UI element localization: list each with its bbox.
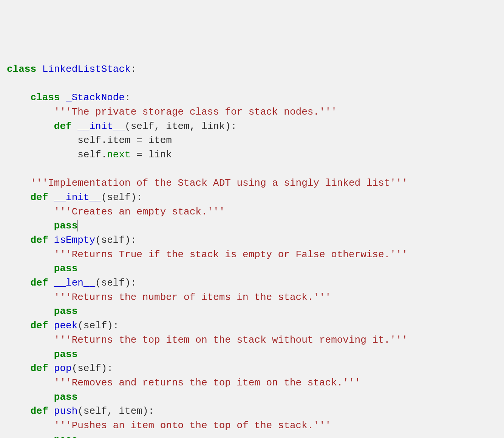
keyword-def: def bbox=[30, 235, 48, 246]
keyword-pass: pass bbox=[54, 391, 77, 403]
docstring: '''Returns the top item on the stack wit… bbox=[54, 334, 408, 346]
code-line: self.item = item bbox=[7, 135, 172, 146]
keyword-class: class bbox=[7, 64, 36, 75]
docstring: '''Returns True if the stack is empty or… bbox=[54, 249, 408, 260]
keyword-pass: pass bbox=[54, 306, 77, 317]
keyword-def: def bbox=[30, 320, 48, 331]
signature: (self): bbox=[72, 363, 113, 374]
code-line-prefix: self. bbox=[7, 149, 107, 160]
docstring: '''Creates an empty stack.''' bbox=[54, 206, 225, 217]
keyword-def: def bbox=[30, 363, 48, 374]
signature: (self, item, link): bbox=[125, 121, 237, 132]
keyword-def: def bbox=[30, 405, 48, 417]
keyword-def: def bbox=[30, 277, 48, 289]
keyword-def: def bbox=[30, 192, 48, 203]
signature: (self): bbox=[95, 277, 136, 289]
signature: (self): bbox=[101, 192, 142, 203]
keyword-def: def bbox=[54, 121, 72, 132]
signature: (self): bbox=[95, 235, 136, 246]
docstring: '''The private storage class for stack n… bbox=[54, 106, 337, 118]
code-line-suffix: = link bbox=[131, 149, 172, 160]
builtin-next: next bbox=[107, 149, 130, 160]
class-name: LinkedListStack bbox=[42, 64, 131, 75]
function-name: isEmpty bbox=[54, 235, 95, 246]
signature: (self): bbox=[77, 320, 119, 331]
docstring: '''Pushes an item onto the top of the st… bbox=[54, 420, 331, 431]
text-cursor bbox=[77, 220, 77, 231]
class-name: _StackNode bbox=[66, 92, 125, 103]
function-name: push bbox=[54, 405, 77, 417]
keyword-pass: pass bbox=[54, 434, 77, 438]
keyword-pass: pass bbox=[54, 349, 77, 360]
function-name: peek bbox=[54, 320, 77, 331]
docstring: '''Removes and returns the top item on t… bbox=[54, 377, 360, 388]
signature: (self, item): bbox=[77, 405, 154, 417]
keyword-pass: pass bbox=[54, 263, 77, 274]
docstring: '''Implementation of the Stack ADT using… bbox=[30, 177, 408, 189]
function-name: __len__ bbox=[54, 277, 95, 289]
function-name: __init__ bbox=[77, 121, 125, 132]
docstring: '''Returns the number of items in the st… bbox=[54, 292, 331, 303]
function-name: __init__ bbox=[54, 192, 101, 203]
code-block: class LinkedListStack: class _StackNode:… bbox=[7, 62, 497, 438]
function-name: pop bbox=[54, 363, 72, 374]
keyword-pass: pass bbox=[54, 220, 77, 231]
keyword-class: class bbox=[30, 92, 60, 103]
